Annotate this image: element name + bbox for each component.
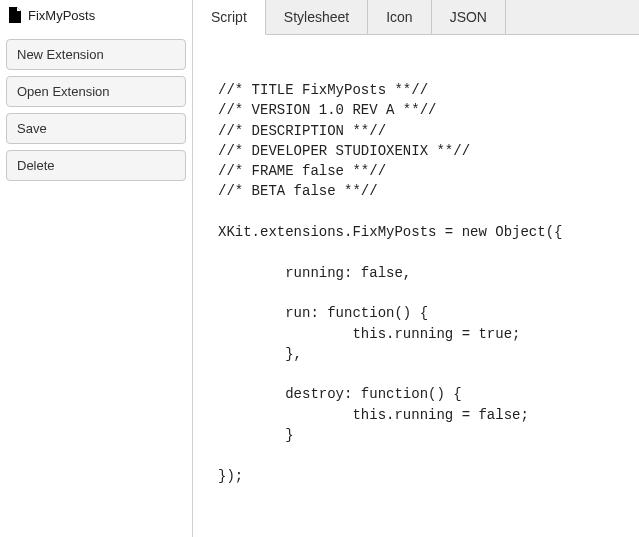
open-extension-button[interactable]: Open Extension — [6, 76, 186, 107]
tab-bar: Script Stylesheet Icon JSON — [193, 0, 639, 35]
delete-button[interactable]: Delete — [6, 150, 186, 181]
new-extension-button[interactable]: New Extension — [6, 39, 186, 70]
save-button[interactable]: Save — [6, 113, 186, 144]
tab-json[interactable]: JSON — [432, 0, 506, 34]
main-panel: Script Stylesheet Icon JSON //* TITLE Fi… — [193, 0, 639, 537]
tab-icon[interactable]: Icon — [368, 0, 431, 34]
file-icon — [8, 7, 22, 23]
code-editor[interactable]: //* TITLE FixMyPosts **// //* VERSION 1.… — [193, 35, 639, 537]
file-name: FixMyPosts — [28, 8, 95, 23]
tab-stylesheet[interactable]: Stylesheet — [266, 0, 368, 34]
sidebar-buttons: New Extension Open Extension Save Delete — [0, 33, 192, 187]
file-header: FixMyPosts — [0, 0, 192, 33]
sidebar: FixMyPosts New Extension Open Extension … — [0, 0, 193, 537]
tab-script[interactable]: Script — [193, 0, 266, 35]
